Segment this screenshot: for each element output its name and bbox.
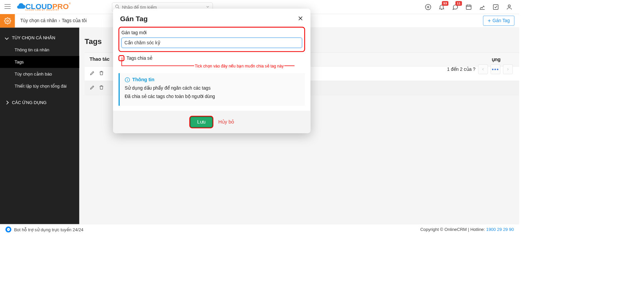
- edit-icon[interactable]: [90, 85, 95, 91]
- footer-copyright: Copyright © OnlineCRM | Hotline: 1900 29…: [420, 227, 514, 232]
- svg-rect-13: [493, 5, 498, 10]
- sidebar-item-pbx-settings[interactable]: Thiết lập tùy chọn tổng đài: [0, 80, 79, 92]
- trash-icon[interactable]: [99, 70, 104, 77]
- svg-line-4: [118, 7, 119, 8]
- close-button[interactable]: [298, 15, 304, 22]
- app-logo[interactable]: CLOUDPRO® CLOUD CRM BY INDUSTRY: [16, 3, 71, 11]
- close-icon: [298, 15, 304, 21]
- menu-toggle-button[interactable]: [0, 0, 15, 14]
- modal-title: Gán Tag: [120, 15, 148, 23]
- breadcrumb-leaf: Tags của tôi: [62, 18, 87, 23]
- breadcrumb-root[interactable]: Tùy chọn cá nhân: [20, 18, 57, 23]
- info-panel: Thông tin Sử dụng dấu phẩy để ngăn cách …: [118, 73, 305, 106]
- svg-rect-8: [466, 5, 471, 9]
- sidebar-item-personal-info[interactable]: Thông tin cá nhân: [0, 44, 79, 56]
- messenger-icon[interactable]: [5, 227, 11, 233]
- new-tag-label: Gán tag mới: [121, 30, 302, 36]
- sidebar-group-personal[interactable]: TÙY CHỌN CÁ NHÂN: [0, 32, 79, 44]
- notification-badge: 53: [442, 1, 448, 6]
- breadcrumb: Tùy chọn cá nhân › Tags của tôi: [20, 18, 87, 23]
- chevron-right-icon: ›: [59, 18, 60, 23]
- settings-button[interactable]: [0, 14, 15, 28]
- tasks-button[interactable]: [492, 3, 499, 10]
- hotline-link[interactable]: 1900 29 29 90: [486, 227, 514, 232]
- pagination: 1 đến 2 của ? •••: [447, 64, 513, 74]
- hamburger-icon: [3, 2, 11, 11]
- quick-create-button[interactable]: [425, 3, 432, 10]
- notifications-button[interactable]: 53: [438, 3, 445, 10]
- info-line-1: Sử dụng dấu phẩy để ngăn cách các tags: [125, 85, 300, 91]
- profile-button[interactable]: [506, 3, 513, 10]
- cancel-button[interactable]: Hủy bỏ: [218, 119, 234, 125]
- gear-icon: [4, 17, 11, 25]
- info-line-2: Đã chia sẻ các tags cho toàn bộ người dù…: [125, 94, 300, 99]
- svg-point-15: [7, 20, 8, 21]
- new-tag-field-highlight: Gán tag mới: [118, 27, 305, 52]
- sidebar: TÙY CHỌN CÁ NHÂN Thông tin cá nhân Tags …: [0, 28, 79, 224]
- messages-badge: 11: [455, 1, 462, 6]
- edit-icon[interactable]: [90, 70, 95, 77]
- logo-text: CLOUDPRO® CLOUD CRM BY INDUSTRY: [25, 3, 71, 11]
- assign-tag-modal: Gán Tag Gán tag mới Tags chia sẻ Tick ch…: [113, 9, 311, 133]
- info-icon: [125, 77, 130, 82]
- sidebar-item-tags[interactable]: Tags: [0, 56, 79, 68]
- page-next-button[interactable]: [503, 64, 513, 74]
- svg-point-20: [127, 78, 127, 79]
- svg-point-14: [508, 5, 510, 7]
- save-button[interactable]: Lưu: [189, 116, 213, 128]
- bot-support-text: Bot hỗ trợ sử dụng trực tuyến 24/24: [14, 227, 84, 232]
- calendar-button[interactable]: [465, 3, 472, 10]
- annotation-text: Tick chọn vào đây nếu bạn muốn chia sẻ t…: [194, 63, 284, 68]
- trash-icon[interactable]: [99, 85, 104, 91]
- sidebar-item-alert-prefs[interactable]: Tùy chọn cảnh báo: [0, 68, 79, 80]
- cloud-icon: [16, 3, 26, 11]
- plus-icon: +: [488, 17, 491, 24]
- svg-point-3: [115, 5, 118, 7]
- sidebar-group-apps[interactable]: CÁC ỨNG DỤNG: [0, 96, 79, 109]
- page-prev-button[interactable]: [478, 64, 488, 74]
- pagination-text: 1 đến 2 của ?: [447, 66, 476, 72]
- info-title: Thông tin: [132, 77, 154, 83]
- page-more-button[interactable]: •••: [491, 64, 500, 74]
- footer: Bot hỗ trợ sử dụng trực tuyến 24/24 Copy…: [0, 224, 519, 235]
- new-tag-input[interactable]: [121, 38, 302, 48]
- assign-tag-button[interactable]: + Gán Tag: [483, 16, 514, 26]
- reports-button[interactable]: [479, 3, 486, 10]
- messages-button[interactable]: 11: [452, 3, 459, 10]
- header-actions: 53 11: [425, 0, 513, 14]
- assign-tag-label: Gán Tag: [492, 18, 510, 23]
